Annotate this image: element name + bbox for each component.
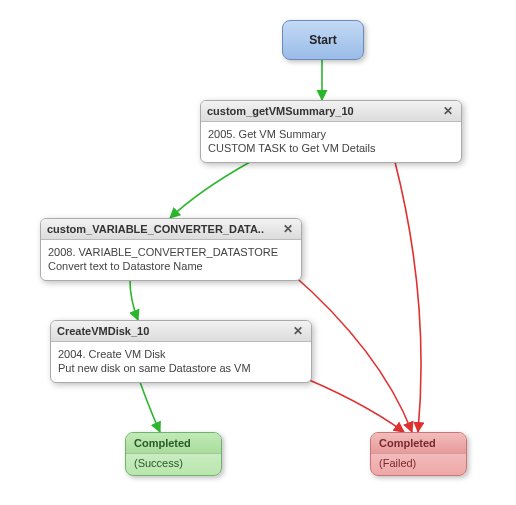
edge-t2-t3 — [130, 280, 138, 320]
end-node-failed[interactable]: Completed (Failed) — [370, 432, 467, 476]
task-header: CreateVMDisk_10 ✕ — [51, 321, 311, 342]
task-line2: CUSTOM TASK to Get VM Details — [208, 141, 454, 155]
task-title: CreateVMDisk_10 — [57, 325, 291, 337]
edge-t1-t2 — [170, 162, 250, 218]
task-title: custom_VARIABLE_CONVERTER_DATA.. — [47, 223, 281, 235]
task-line1: 2008. VARIABLE_CONVERTER_DATASTORE — [48, 245, 294, 259]
task-body: 2004. Create VM Disk Put new disk on sam… — [51, 342, 311, 382]
close-icon[interactable]: ✕ — [281, 223, 295, 235]
task-create-vm-disk[interactable]: CreateVMDisk_10 ✕ 2004. Create VM Disk P… — [50, 320, 312, 383]
task-body: 2005. Get VM Summary CUSTOM TASK to Get … — [201, 122, 461, 162]
close-icon[interactable]: ✕ — [291, 325, 305, 337]
task-title: custom_getVMSummary_10 — [207, 105, 441, 117]
end-sub: (Failed) — [371, 454, 466, 475]
end-title: Completed — [126, 433, 221, 454]
end-sub: (Success) — [126, 454, 221, 475]
task-body: 2008. VARIABLE_CONVERTER_DATASTORE Conve… — [41, 240, 301, 280]
task-line2: Put new disk on same Datastore as VM — [58, 361, 304, 375]
task-header: custom_VARIABLE_CONVERTER_DATA.. ✕ — [41, 219, 301, 240]
edge-t1-failed — [395, 162, 421, 432]
close-icon[interactable]: ✕ — [441, 105, 455, 117]
start-node[interactable]: Start — [282, 20, 364, 60]
task-variable-converter[interactable]: custom_VARIABLE_CONVERTER_DATA.. ✕ 2008.… — [40, 218, 302, 281]
task-line1: 2005. Get VM Summary — [208, 127, 454, 141]
end-title: Completed — [371, 433, 466, 454]
end-node-success[interactable]: Completed (Success) — [125, 432, 222, 476]
workflow-canvas: Start custom_getVMSummary_10 ✕ 2005. Get… — [0, 0, 516, 505]
task-line1: 2004. Create VM Disk — [58, 347, 304, 361]
task-header: custom_getVMSummary_10 ✕ — [201, 101, 461, 122]
edge-t3-success — [140, 382, 160, 432]
task-line2: Convert text to Datastore Name — [48, 259, 294, 273]
start-label: Start — [309, 33, 336, 47]
task-get-vm-summary[interactable]: custom_getVMSummary_10 ✕ 2005. Get VM Su… — [200, 100, 462, 163]
